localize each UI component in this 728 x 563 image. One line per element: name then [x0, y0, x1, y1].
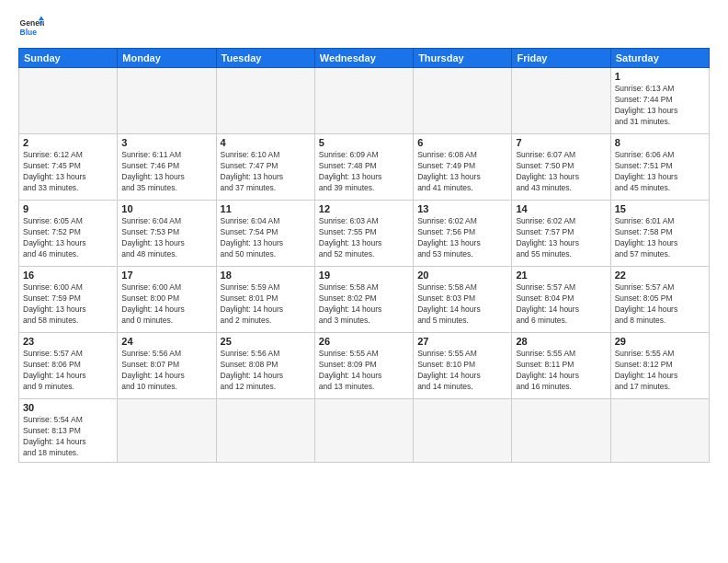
day-number: 17 [121, 270, 211, 281]
day-number: 13 [417, 203, 507, 214]
calendar-cell [118, 68, 216, 134]
day-number: 14 [516, 203, 606, 214]
day-number: 22 [615, 270, 705, 281]
day-info: Sunrise: 6:01 AMSunset: 7:58 PMDaylight:… [615, 216, 705, 260]
day-number: 4 [221, 137, 311, 148]
logo-icon: General Blue [18, 15, 44, 40]
calendar-cell [414, 399, 512, 463]
weekday-header-row: SundayMondayTuesdayWednesdayThursdayFrid… [19, 49, 710, 68]
day-number: 10 [121, 203, 211, 214]
svg-text:Blue: Blue [20, 28, 38, 37]
calendar-cell: 15Sunrise: 6:01 AMSunset: 7:58 PMDayligh… [610, 201, 709, 267]
day-info: Sunrise: 5:58 AMSunset: 8:02 PMDaylight:… [319, 282, 409, 327]
day-info: Sunrise: 6:00 AMSunset: 7:59 PMDaylight:… [23, 282, 113, 327]
day-number: 18 [221, 270, 311, 281]
day-info: Sunrise: 5:56 AMSunset: 8:07 PMDaylight:… [121, 349, 211, 393]
day-number: 25 [221, 336, 311, 347]
day-info: Sunrise: 6:11 AMSunset: 7:46 PMDaylight:… [121, 150, 211, 194]
day-info: Sunrise: 6:09 AMSunset: 7:48 PMDaylight:… [319, 150, 409, 194]
calendar-cell: 20Sunrise: 5:58 AMSunset: 8:03 PMDayligh… [414, 267, 512, 333]
weekday-header-friday: Friday [512, 49, 610, 68]
calendar-cell: 1Sunrise: 6:13 AMSunset: 7:44 PMDaylight… [610, 68, 709, 134]
calendar-cell [512, 68, 610, 134]
calendar-cell [118, 399, 216, 463]
day-number: 20 [417, 270, 507, 281]
day-info: Sunrise: 5:58 AMSunset: 8:03 PMDaylight:… [417, 282, 507, 327]
day-number: 7 [516, 137, 606, 148]
day-number: 9 [23, 203, 113, 214]
day-info: Sunrise: 6:08 AMSunset: 7:49 PMDaylight:… [417, 150, 507, 194]
day-number: 3 [121, 137, 211, 148]
day-number: 28 [516, 336, 606, 347]
weekday-header-thursday: Thursday [414, 49, 512, 68]
weekday-header-saturday: Saturday [610, 49, 709, 68]
day-number: 27 [417, 336, 507, 347]
day-number: 21 [516, 270, 606, 281]
day-info: Sunrise: 6:04 AMSunset: 7:53 PMDaylight:… [121, 216, 211, 260]
day-number: 12 [319, 203, 409, 214]
calendar-cell: 21Sunrise: 5:57 AMSunset: 8:04 PMDayligh… [512, 267, 610, 333]
day-info: Sunrise: 5:55 AMSunset: 8:09 PMDaylight:… [319, 349, 409, 393]
day-number: 5 [319, 137, 409, 148]
calendar-table: SundayMondayTuesdayWednesdayThursdayFrid… [18, 48, 710, 463]
day-info: Sunrise: 5:57 AMSunset: 8:04 PMDaylight:… [516, 282, 606, 327]
calendar-cell: 19Sunrise: 5:58 AMSunset: 8:02 PMDayligh… [314, 267, 413, 333]
calendar-cell: 16Sunrise: 6:00 AMSunset: 7:59 PMDayligh… [19, 267, 118, 333]
day-number: 19 [319, 270, 409, 281]
day-info: Sunrise: 6:02 AMSunset: 7:56 PMDaylight:… [417, 216, 507, 260]
calendar-cell: 17Sunrise: 6:00 AMSunset: 8:00 PMDayligh… [118, 267, 216, 333]
logo: General Blue [18, 15, 44, 40]
day-number: 26 [319, 336, 409, 347]
calendar-week-2: 2Sunrise: 6:12 AMSunset: 7:45 PMDaylight… [19, 134, 710, 201]
calendar-cell: 29Sunrise: 5:55 AMSunset: 8:12 PMDayligh… [610, 333, 709, 399]
day-number: 29 [615, 336, 705, 347]
calendar-cell [512, 399, 610, 463]
calendar-cell: 5Sunrise: 6:09 AMSunset: 7:48 PMDaylight… [314, 134, 413, 201]
day-number: 11 [221, 203, 311, 214]
calendar-cell: 8Sunrise: 6:06 AMSunset: 7:51 PMDaylight… [610, 134, 709, 201]
day-number: 2 [23, 137, 113, 148]
calendar-cell: 10Sunrise: 6:04 AMSunset: 7:53 PMDayligh… [118, 201, 216, 267]
day-number: 16 [23, 270, 113, 281]
calendar-cell: 23Sunrise: 5:57 AMSunset: 8:06 PMDayligh… [19, 333, 118, 399]
calendar-cell [414, 68, 512, 134]
page: General Blue SundayMondayTuesdayWednesda… [0, 0, 728, 563]
day-number: 8 [615, 137, 705, 148]
weekday-header-sunday: Sunday [19, 49, 118, 68]
day-info: Sunrise: 6:02 AMSunset: 7:57 PMDaylight:… [516, 216, 606, 260]
calendar-cell [19, 68, 118, 134]
day-number: 15 [615, 203, 705, 214]
calendar-cell: 4Sunrise: 6:10 AMSunset: 7:47 PMDaylight… [216, 134, 314, 201]
day-info: Sunrise: 6:10 AMSunset: 7:47 PMDaylight:… [221, 150, 311, 194]
calendar-week-3: 9Sunrise: 6:05 AMSunset: 7:52 PMDaylight… [19, 201, 710, 267]
calendar-cell: 9Sunrise: 6:05 AMSunset: 7:52 PMDaylight… [19, 201, 118, 267]
day-info: Sunrise: 5:55 AMSunset: 8:11 PMDaylight:… [516, 349, 606, 393]
day-number: 24 [121, 336, 211, 347]
calendar-cell: 26Sunrise: 5:55 AMSunset: 8:09 PMDayligh… [314, 333, 413, 399]
day-info: Sunrise: 6:13 AMSunset: 7:44 PMDaylight:… [615, 84, 705, 128]
calendar-cell: 22Sunrise: 5:57 AMSunset: 8:05 PMDayligh… [610, 267, 709, 333]
day-info: Sunrise: 5:55 AMSunset: 8:10 PMDaylight:… [417, 349, 507, 393]
day-info: Sunrise: 6:06 AMSunset: 7:51 PMDaylight:… [615, 150, 705, 194]
weekday-header-monday: Monday [118, 49, 216, 68]
day-info: Sunrise: 6:07 AMSunset: 7:50 PMDaylight:… [516, 150, 606, 194]
calendar-cell [216, 68, 314, 134]
day-number: 6 [417, 137, 507, 148]
day-number: 1 [615, 71, 705, 82]
calendar-cell: 12Sunrise: 6:03 AMSunset: 7:55 PMDayligh… [314, 201, 413, 267]
day-info: Sunrise: 6:05 AMSunset: 7:52 PMDaylight:… [23, 216, 113, 260]
day-info: Sunrise: 5:54 AMSunset: 8:13 PMDaylight:… [23, 415, 113, 459]
calendar-cell [216, 399, 314, 463]
calendar-cell: 14Sunrise: 6:02 AMSunset: 7:57 PMDayligh… [512, 201, 610, 267]
calendar-cell: 7Sunrise: 6:07 AMSunset: 7:50 PMDaylight… [512, 134, 610, 201]
calendar-cell: 25Sunrise: 5:56 AMSunset: 8:08 PMDayligh… [216, 333, 314, 399]
calendar-cell: 27Sunrise: 5:55 AMSunset: 8:10 PMDayligh… [414, 333, 512, 399]
day-info: Sunrise: 5:57 AMSunset: 8:05 PMDaylight:… [615, 282, 705, 327]
calendar-cell: 28Sunrise: 5:55 AMSunset: 8:11 PMDayligh… [512, 333, 610, 399]
day-number: 23 [23, 336, 113, 347]
calendar-cell: 11Sunrise: 6:04 AMSunset: 7:54 PMDayligh… [216, 201, 314, 267]
calendar-cell: 6Sunrise: 6:08 AMSunset: 7:49 PMDaylight… [414, 134, 512, 201]
day-number: 30 [23, 402, 113, 413]
day-info: Sunrise: 5:56 AMSunset: 8:08 PMDaylight:… [221, 349, 311, 393]
calendar-cell [314, 399, 413, 463]
